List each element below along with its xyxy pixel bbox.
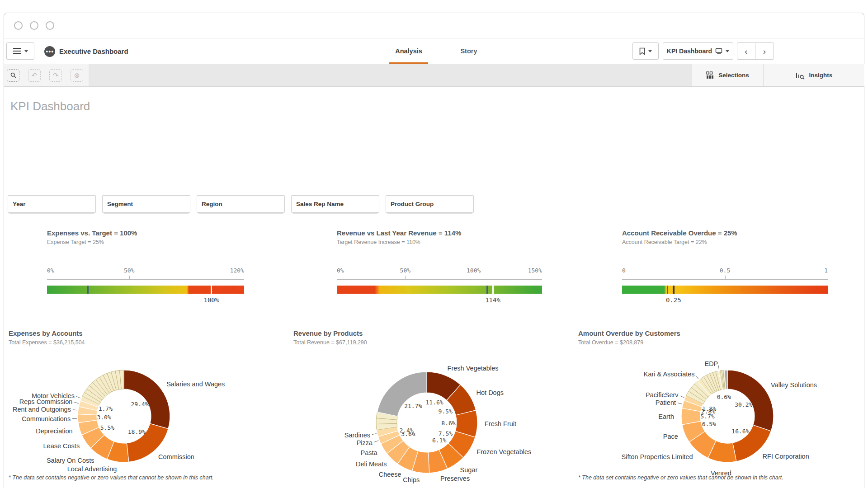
donut-slice-label: Sugar: [460, 466, 478, 474]
step-forward-button[interactable]: ↷: [49, 69, 62, 82]
donut-slice-label: PacificServ: [646, 391, 679, 399]
donut-percent-label: 18.9%: [128, 428, 146, 435]
gauge-expenses-vs-target[interactable]: Expenses vs. Target = 100% Expense Targe…: [47, 229, 244, 310]
filter-segment[interactable]: Segment: [102, 195, 190, 213]
undo-icon: ↶: [32, 71, 38, 80]
gauge-bar: [47, 286, 244, 294]
gauge-title: Account Receivable Overdue = 25%: [622, 229, 828, 237]
page-title: KPI Dashboard: [10, 99, 90, 113]
donut-slice-label: Pace: [663, 433, 678, 440]
gauge-tick-label: 100%: [467, 267, 481, 274]
donut-revenue-by-products[interactable]: Fresh Vegetables11.6%Hot Dogs9.5%Fresh F…: [293, 353, 547, 487]
selections-toolbar: ↶ ↷ ⊗ Selections Insights: [4, 64, 864, 87]
donut-percent-label: 6.5%: [702, 421, 716, 427]
chevron-down-icon: [648, 50, 652, 52]
gauge-tick-label: 120%: [230, 267, 244, 274]
donut-slice[interactable]: [727, 370, 774, 431]
donut-slice-label: Patient: [656, 399, 676, 406]
gauge-tick-label: 0%: [47, 267, 54, 274]
app-window: ●●● Executive Dashboard Analysis Story K…: [4, 13, 864, 488]
donut-slice-label: Lease Costs: [43, 442, 80, 450]
donut-slice-label: Valley Solutions: [771, 381, 817, 389]
gauge-revenue-vs-last-year[interactable]: Revenue vs Last Year Revenue = 114% Targ…: [337, 229, 542, 310]
donut-slice-label: Kari & Associates: [644, 371, 695, 378]
insights-label: Insights: [809, 72, 833, 79]
donut-percent-label: 1.7%: [99, 405, 113, 412]
label-leader-line: [74, 402, 79, 404]
smart-search-button[interactable]: [7, 69, 19, 82]
donut-percent-label: 5.5%: [100, 424, 114, 431]
window-control-2[interactable]: [30, 21, 38, 30]
selections-icon: [706, 71, 714, 79]
global-menu-button[interactable]: [6, 42, 34, 60]
window-control-1[interactable]: [14, 21, 23, 30]
selection-tools: ↶ ↷ ⊗: [4, 64, 89, 86]
gauge-tick-label: 150%: [528, 267, 542, 274]
gauge-subtitle: Account Receivable Target = 22%: [622, 239, 828, 245]
selections-label: Selections: [718, 72, 749, 79]
window-control-3[interactable]: [46, 21, 54, 30]
donut-slice-label: Motor Vehicles: [32, 392, 75, 399]
donut-percent-label: 6.1%: [432, 437, 446, 444]
donut-percent-label: 21.7%: [404, 403, 422, 409]
donut-percent-label: 29.4%: [131, 401, 149, 408]
gauge-bar: [337, 286, 542, 294]
tab-story[interactable]: Story: [454, 38, 484, 64]
donut-expenses-by-accounts[interactable]: Salaries and Wages29.4%Commission18.9%Lo…: [4, 353, 248, 487]
next-sheet-button[interactable]: ›: [755, 42, 774, 60]
sheet-icon: [715, 48, 722, 54]
clear-icon: ⊗: [74, 71, 80, 80]
chevron-right-icon: ›: [763, 47, 766, 56]
donut-revenue-header: Revenue by Products Total Revenue = $67,…: [293, 329, 367, 346]
gauge-tick-label: 50%: [124, 267, 134, 274]
insights-icon: [796, 71, 805, 80]
donut-slice[interactable]: [377, 372, 427, 416]
label-leader-line: [678, 403, 682, 404]
donut-percent-label: 2.4%: [399, 427, 413, 434]
clear-selections-button[interactable]: ⊗: [71, 69, 83, 82]
donut-percent-label: 9.5%: [438, 408, 452, 415]
label-leader-line: [73, 410, 77, 410]
label-leader-line: [718, 366, 719, 370]
search-icon: [10, 72, 16, 78]
donut-percent-label: 30.2%: [735, 401, 752, 408]
filter-sales-rep-name[interactable]: Sales Rep Name: [291, 195, 379, 213]
window-titlebar: [4, 13, 864, 38]
chevron-down-icon: [24, 50, 28, 52]
filter-region[interactable]: Region: [197, 195, 285, 213]
label-leader-line: [374, 441, 378, 442]
chevron-left-icon: ‹: [745, 47, 747, 56]
tab-analysis[interactable]: Analysis: [389, 38, 428, 64]
redo-icon: ↷: [53, 71, 59, 80]
gauge-marker: [486, 286, 488, 294]
previous-sheet-button[interactable]: ‹: [737, 42, 755, 60]
gauge-title: Revenue vs Last Year Revenue = 114%: [337, 229, 542, 237]
selections-button[interactable]: Selections: [692, 64, 763, 86]
donut-slice-label: Fresh Fruit: [485, 420, 516, 427]
donut-slice-label: Sifton Properties Limited: [622, 453, 693, 460]
gauge-subtitle: Expense Target = 25%: [47, 239, 244, 245]
bookmarks-button[interactable]: [632, 42, 659, 60]
footnote-overdue: * The data set contains negative or zero…: [578, 474, 783, 481]
insights-button[interactable]: Insights: [763, 64, 864, 86]
donut-slice-label: Depreciation: [36, 427, 72, 435]
gauge-ar-overdue[interactable]: Account Receivable Overdue = 25% Account…: [622, 229, 828, 310]
filter-product-group[interactable]: Product Group: [386, 195, 474, 213]
gauge-tick-label: 0%: [337, 267, 344, 274]
donut-slice[interactable]: [124, 370, 170, 429]
step-back-button[interactable]: ↶: [28, 69, 41, 82]
gauge-tick-label: 50%: [400, 267, 410, 274]
donut-amount-overdue-by-customers[interactable]: Valley Solutions30.2%RFI Corporation16.6…: [601, 353, 868, 487]
bookmark-icon: [639, 47, 645, 55]
donut-slice-label: Hot Dogs: [476, 389, 504, 396]
donut-slice-label: Communications: [22, 415, 71, 422]
app-bar: ●●● Executive Dashboard Analysis Story K…: [4, 38, 864, 64]
gauge-marker: [87, 286, 89, 294]
label-leader-line: [680, 396, 684, 398]
filter-year[interactable]: Year: [8, 195, 96, 213]
donut-slice-label: Salaries and Wages: [166, 380, 225, 388]
menu-icon: [13, 48, 21, 54]
sheet-selector-button[interactable]: KPI Dashboard: [663, 42, 733, 60]
donut-slice-label: Preserves: [440, 475, 470, 482]
donut-slice-label: Rent and Outgoings: [13, 406, 71, 413]
